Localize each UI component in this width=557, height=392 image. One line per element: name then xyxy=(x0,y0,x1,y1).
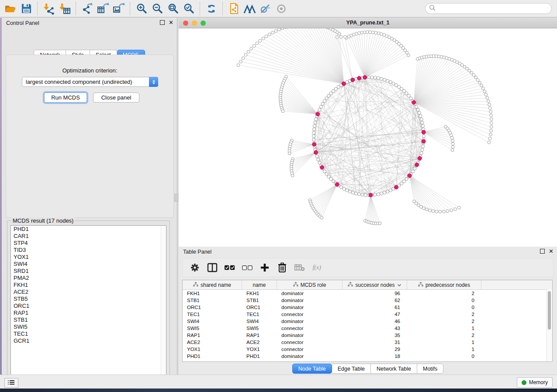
close-panel-button[interactable]: Close panel xyxy=(93,93,139,103)
cell-shared-name: YOX1 xyxy=(183,347,242,352)
search-box[interactable] xyxy=(425,3,552,14)
refresh-icon[interactable] xyxy=(204,1,219,16)
cell-name: ACE2 xyxy=(242,340,277,345)
mcds-result-node[interactable]: GCR1 xyxy=(11,337,166,344)
style-icon[interactable] xyxy=(242,1,258,16)
minimize-window-icon[interactable] xyxy=(192,21,197,26)
tab-network-table[interactable]: Network Table xyxy=(371,364,417,374)
clone-network-icon[interactable] xyxy=(226,1,242,16)
mcds-result-node[interactable]: SWI4 xyxy=(11,261,166,268)
column-header-MCDS-role[interactable]: MCDS role xyxy=(277,280,343,289)
mcds-result-node[interactable]: STP4 xyxy=(11,240,166,247)
tab-motifs[interactable]: Motifs xyxy=(417,364,443,374)
table-settings-icon[interactable] xyxy=(190,262,200,273)
export-table-icon[interactable] xyxy=(95,1,111,16)
close-panel-icon[interactable]: ✕ xyxy=(549,249,554,253)
control-panel-title: Control Panel xyxy=(2,18,177,28)
cell-predecessor-nodes: 0 xyxy=(407,298,481,303)
criterion-value: largest connected component (undirected) xyxy=(22,79,149,85)
zoom-selected-icon[interactable] xyxy=(181,1,197,16)
import-table-icon[interactable] xyxy=(57,1,73,16)
toolbar-separator xyxy=(200,2,201,15)
hide-style-icon[interactable] xyxy=(258,1,273,16)
search-input[interactable] xyxy=(436,5,551,12)
tab-edge-table[interactable]: Edge Table xyxy=(332,364,371,374)
list-scrollbar[interactable] xyxy=(161,226,166,381)
column-type-icon xyxy=(293,282,298,288)
cell-successor-nodes: 47 xyxy=(343,312,407,317)
cell-name: PHD1 xyxy=(242,354,277,359)
mcds-result-node[interactable]: ACE2 xyxy=(11,289,166,296)
zoom-in-icon[interactable] xyxy=(134,1,149,16)
control-panel: Control Panel ✕ NetworkStyleSelectMCDS O… xyxy=(2,18,177,375)
mcds-result-list[interactable]: PHD1CAR1STP4TID3YOX1SWI4SRD1PMA2FKH1ACE2… xyxy=(10,225,166,381)
table-scrollbar[interactable] xyxy=(547,289,552,361)
table-row[interactable]: RAP1RAP1dominator352 xyxy=(183,332,552,339)
column-header-predecessor-nodes[interactable]: predecessor nodes xyxy=(407,280,481,289)
cell-MCDS-role: dominator xyxy=(277,333,343,338)
cell-name: SWI5 xyxy=(242,326,277,331)
cell-predecessor-nodes: 0 xyxy=(407,305,481,310)
dropdown-stepper-icon xyxy=(149,77,158,87)
import-network-icon[interactable] xyxy=(41,1,57,16)
table-row[interactable]: ACE2ACE2connector311 xyxy=(183,339,552,346)
table-row[interactable]: ORC1ORC1dominator610 xyxy=(183,304,552,311)
mcds-result-node[interactable]: CAR1 xyxy=(11,233,166,240)
mcds-result-node[interactable]: TEC1 xyxy=(11,330,166,337)
maximize-window-icon[interactable] xyxy=(201,21,206,26)
node-table[interactable]: shared namenameMCDS rolesuccessor nodesp… xyxy=(182,280,553,362)
export-network-icon[interactable] xyxy=(80,1,95,16)
mcds-result-node[interactable]: ORC1 xyxy=(11,303,166,309)
mcds-result-node[interactable]: FKH1 xyxy=(11,282,166,289)
mcds-result-node[interactable]: YOX1 xyxy=(11,254,166,261)
mcds-result-node[interactable]: STB1 xyxy=(11,316,166,323)
cell-predecessor-nodes: 2 xyxy=(407,319,481,324)
table-row[interactable]: STB1STB1dominator620 xyxy=(183,297,552,304)
network-window-titlebar[interactable]: YPA_prune.txt_1 xyxy=(179,18,557,28)
zoom-out-icon[interactable] xyxy=(149,1,165,16)
mcds-result-node[interactable]: SWI5 xyxy=(11,323,166,330)
open-file-icon[interactable] xyxy=(3,1,18,16)
cell-name: RAP1 xyxy=(242,333,277,338)
mcds-result-node[interactable]: RAP1 xyxy=(11,309,166,316)
cell-shared-name: PHD1 xyxy=(183,354,242,359)
run-mcds-button[interactable]: Run MCDS xyxy=(44,93,87,103)
scrollbar-thumb[interactable] xyxy=(548,291,551,330)
tab-node-table[interactable]: Node Table xyxy=(292,364,332,374)
cell-shared-name: RAP1 xyxy=(183,333,242,338)
cell-successor-nodes: 46 xyxy=(343,319,407,324)
add-column-icon[interactable] xyxy=(259,262,270,273)
float-panel-icon[interactable] xyxy=(540,249,545,254)
save-session-icon[interactable] xyxy=(18,1,34,16)
table-row[interactable]: TEC1TEC1connector472 xyxy=(183,311,552,318)
cell-predecessor-nodes: 1 xyxy=(407,347,481,352)
mcds-result-node[interactable]: STB5 xyxy=(11,296,166,303)
table-row[interactable]: FKH1FKH1dominator962 xyxy=(183,290,552,297)
criterion-dropdown[interactable]: largest connected component (undirected) xyxy=(22,77,158,87)
mcds-result-node[interactable]: PHD1 xyxy=(11,226,166,233)
select-all-icon[interactable] xyxy=(225,262,235,273)
close-panel-icon[interactable]: ✕ xyxy=(169,21,173,24)
deselect-all-icon[interactable] xyxy=(242,262,253,273)
float-panel-icon[interactable] xyxy=(160,20,165,25)
column-header-shared-name[interactable]: shared name xyxy=(183,280,242,289)
network-canvas[interactable] xyxy=(179,28,557,247)
table-panel-title: Table Panel xyxy=(179,247,557,257)
cell-name: STB1 xyxy=(242,298,277,303)
memory-button[interactable]: Memory xyxy=(517,377,553,388)
column-header-name[interactable]: name xyxy=(242,280,277,289)
table-row[interactable]: SWI4SWI4dominator462 xyxy=(183,318,552,325)
export-image-icon[interactable] xyxy=(111,1,127,16)
column-header-successor-nodes[interactable]: successor nodes xyxy=(343,280,407,289)
task-history-button[interactable] xyxy=(4,378,18,388)
mcds-result-node[interactable]: TID3 xyxy=(11,247,166,254)
table-row[interactable]: YOX1YOX1connector291 xyxy=(183,346,552,353)
mcds-result-node[interactable]: PMA2 xyxy=(11,275,166,282)
mcds-result-node[interactable]: SRD1 xyxy=(11,268,166,275)
split-view-icon[interactable] xyxy=(207,262,218,273)
table-row[interactable]: PHD1PHD1dominator180 xyxy=(183,353,552,360)
delete-column-icon[interactable] xyxy=(277,262,287,273)
table-row[interactable]: SWI5SWI5connector431 xyxy=(183,325,552,332)
zoom-fit-icon[interactable] xyxy=(165,1,181,16)
close-window-icon[interactable] xyxy=(183,21,188,26)
